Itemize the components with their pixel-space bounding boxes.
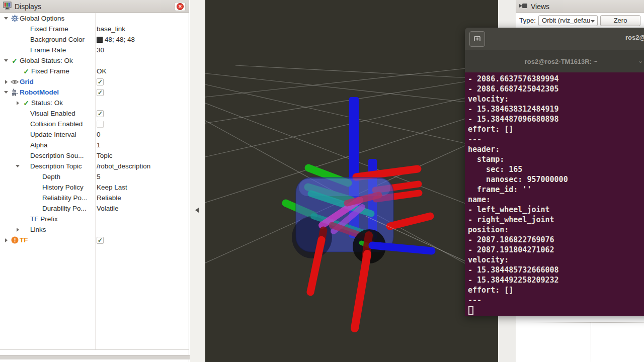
displays-panel-titlebar[interactable]: Displays ✕ [0,0,189,13]
tree-row-robotmodel[interactable]: RobotModel✓ [0,87,189,98]
tf-axis-x-1 [356,169,418,177]
displays-panel-icon [3,2,12,12]
views-panel-titlebar[interactable]: Views [516,0,644,13]
property-value[interactable]: Reliable [97,193,121,203]
tree-column-divider[interactable] [95,13,96,349]
property-label: Fixed Frame [31,67,69,75]
property-value[interactable]: /robot_description [97,161,150,171]
checkbox-checked[interactable]: ✓ [97,110,104,117]
tree-bottom-border [0,349,189,350]
value-text: 48; 48; 48 [105,36,135,43]
expander-closed-icon[interactable] [3,238,10,242]
tree-row-tf[interactable]: TF✓ [0,235,189,245]
check-icon: ✓ [21,99,31,107]
expander-closed-icon[interactable] [14,101,21,105]
render-viewport-3d[interactable] [205,0,498,362]
new-tab-icon [472,34,482,44]
tree-row-durability-po[interactable]: Durability Po...Volatile [0,203,189,214]
property-value[interactable]: Keep Last [97,182,127,193]
tree-row-depth[interactable]: Depth5 [0,171,189,182]
property-value[interactable]: ✓ [97,87,104,98]
check-icon: ✓ [21,67,31,75]
value-text: base_link [97,25,125,33]
tree-row-description-sou[interactable]: Description Sou...Topic [0,150,189,161]
value-text: 30 [97,46,104,54]
tree-row-fixed-frame[interactable]: Fixed Framebase_link [0,24,189,34]
displays-close-button[interactable]: ✕ [175,2,186,11]
property-label: Fixed Frame [30,25,68,33]
tree-row-description-topic[interactable]: Description Topic/robot_description [0,161,189,171]
property-label: Alpha [30,141,48,149]
tree-row-visual-enabled[interactable]: Visual Enabled✓ [0,108,189,119]
tree-row-collision-enabled[interactable]: Collision Enabled [0,119,189,129]
tree-row-grid[interactable]: Grid✓ [0,76,189,87]
property-value[interactable]: Volatile [97,203,119,214]
property-label: RobotModel [20,88,59,96]
expander-open-icon[interactable] [14,165,21,167]
tree-row-update-interval[interactable]: Update Interval0 [0,129,189,140]
expander-closed-icon[interactable] [3,80,10,84]
property-label: Global Options [20,15,64,22]
property-value[interactable]: OK [97,66,107,76]
checkbox-unchecked[interactable] [97,121,104,128]
property-label: Status: Ok [31,99,63,107]
views-panel-icon [519,2,528,11]
gear-icon [10,15,20,22]
checkbox-checked[interactable]: ✓ [97,78,104,85]
left-splitter-handle[interactable] [190,0,205,362]
tree-row-frame-rate[interactable]: Frame Rate30 [0,45,189,55]
tree-row-tf-prefix[interactable]: TF Prefix [0,214,189,224]
property-value[interactable]: 5 [97,171,101,182]
tree-row-background-color[interactable]: Background Color48; 48; 48 [0,34,189,45]
value-text: OK [97,67,107,75]
views-content-divider-h [516,322,644,323]
property-label: TF Prefix [30,215,58,223]
property-label: Background Color [30,36,85,43]
property-label: Description Sou... [30,152,84,159]
tree-row-global-status-ok[interactable]: ✓Global Status: Ok [0,55,189,66]
tree-row-global-options[interactable]: Global Options [0,13,189,24]
property-value[interactable]: ✓ [97,235,104,245]
property-label: Global Status: Ok [20,57,73,64]
property-value[interactable]: base_link [97,24,125,34]
tree-row-alpha[interactable]: Alpha1 [0,140,189,150]
terminal-output-area[interactable]: - 2086.6637576389994 - 2086.668742504230… [465,72,644,316]
views-panel-content [516,316,644,362]
view-type-combobox[interactable]: Orbit (rviz_defau [538,15,598,26]
checkbox-checked[interactable]: ✓ [97,89,104,96]
tree-row-reliability-po[interactable]: Reliability Po...Reliable [0,193,189,203]
property-value[interactable]: Topic [97,150,113,161]
property-value[interactable]: 30 [97,45,104,55]
displays-bottom-scrollstrip[interactable] [0,355,205,359]
property-value[interactable]: ✓ [97,108,104,119]
expander-open-icon[interactable] [3,17,10,20]
tf-axis-x-4 [390,216,430,226]
terminal-cursor [468,306,473,315]
tree-row-links[interactable]: Links [0,224,189,235]
property-value[interactable]: ✓ [97,76,104,87]
tree-row-status-ok[interactable]: ✓Status: Ok [0,98,189,108]
checkbox-checked[interactable]: ✓ [97,237,104,244]
property-value[interactable]: 48; 48; 48 [97,34,135,45]
terminal-tab[interactable]: ros2@ros2-TM1613R: ~ [465,50,644,72]
views-type-row: Type: Orbit (rviz_defau Zero [516,13,644,28]
value-text: 0 [97,131,101,138]
value-text: 5 [97,173,101,180]
tree-row-history-policy[interactable]: History PolicyKeep Last [0,182,189,193]
terminal-titlebar[interactable]: ros2@ros2-TM1613R: ~ [465,28,644,50]
expander-open-icon[interactable] [3,91,10,94]
zero-button[interactable]: Zero [600,15,640,26]
tree-row-fixed-frame[interactable]: ✓Fixed FrameOK [0,66,189,76]
displays-property-tree: Global OptionsFixed Framebase_linkBackgr… [0,13,189,245]
value-text: Topic [97,152,113,159]
property-value[interactable]: 0 [97,129,101,140]
expander-open-icon[interactable] [3,59,10,62]
expander-closed-icon[interactable] [14,228,21,232]
property-value[interactable] [97,119,104,129]
close-icon: ✕ [177,3,184,10]
tab-scroll-chevron-icon[interactable]: ⌄ [638,57,643,64]
collapse-left-arrow-icon[interactable] [195,208,199,213]
property-value[interactable]: 1 [97,140,101,150]
terminal-new-tab-button[interactable] [469,31,485,47]
viewport-scene [205,0,498,362]
